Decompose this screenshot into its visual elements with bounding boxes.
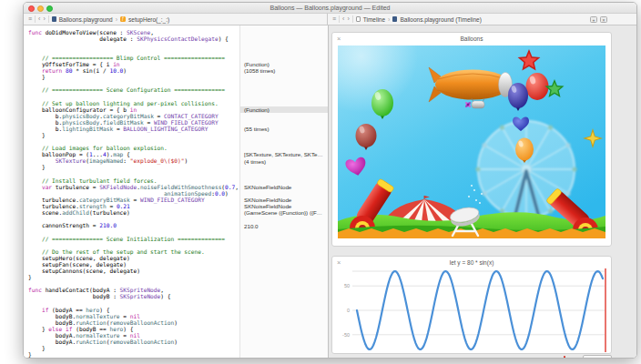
code-line: } [28,345,239,351]
duration-increase-button[interactable]: + [606,357,609,359]
code-line [28,242,239,248]
code-line: func handleContact(bodyA : SKSpriteNode, [28,287,239,293]
zoom-button[interactable] [46,5,53,12]
result-item[interactable]: SKNoiseFieldNode [240,197,328,203]
code-line: } [28,351,239,358]
result-item[interactable]: (Function) [240,106,328,113]
source-jump-bar: ≡ ‹ › Balloons.playground › ƒ setupHero(… [24,14,328,25]
titlebar: Balloons — Balloons.playground — Edited [24,3,636,14]
scrubber-thumb[interactable] [564,356,566,359]
result-item[interactable]: 210.0 [240,223,328,229]
code-line [28,216,239,222]
code-line: setupCannons(scene, delegate) [28,268,239,274]
duration-decrease-button[interactable]: − [585,357,588,359]
y-tick-neg50: -50 [342,332,350,338]
chevron-right-icon: › [388,16,390,23]
result-item[interactable]: (Function) [240,61,328,67]
code-line: } else if (bodyB == hero) { [28,326,239,332]
code-line: bodyB.runAction(removeBalloonAction) [28,319,239,326]
minimize-button[interactable] [37,5,44,12]
duration-value: 30 sec [591,357,605,359]
forward-button[interactable]: › [43,14,45,25]
code-line: // Set up balloon lighting and per-pixel… [28,100,239,106]
code-line [28,171,239,177]
code-line: return 80 * sin(i / 10.0) [28,67,239,74]
code-lines: func doDidMoveToView(scene : SKScene, de… [28,29,239,359]
result-item[interactable]: (GameScene ({Function}) ({F… [240,209,328,216]
source-editor[interactable]: func doDidMoveToView(scene : SKScene, de… [24,25,239,359]
code-line: setupHero(scene, delegate) [28,255,239,261]
graph-result-card: × let y = 80 * sin(x) 50 0 [331,256,612,354]
graph-title: let y = 80 * sin(x) [450,259,494,266]
code-line: balloonPop = (1...4).map { [28,151,239,157]
red-balloon [526,73,549,100]
playground-doc-icon [392,16,397,22]
duration-stepper: − 30 sec + [583,355,612,359]
back-button[interactable]: ‹ [38,14,40,25]
sine-graph: 50 0 -50 [336,268,607,352]
y-tick-50: 50 [344,283,350,288]
code-line: setupFan(scene, delegate) [28,261,239,268]
code-line: turbulence.categoryBitMask = WIND_FIELD_… [28,197,239,203]
code-line: } [28,74,239,80]
code-line: balloonConfigurator = { b in [28,106,239,113]
code-line: if (bodyA == hero) { [28,307,239,313]
divider [35,15,36,23]
code-line [28,48,239,55]
code-line: // ================== Blimp Control ====… [28,55,239,61]
forward-button[interactable]: › [347,14,349,25]
desktop: Balloons — Balloons.playground — Edited … [0,0,641,364]
code-line: cannonStrength = 210.0 [28,222,239,228]
playground-doc-icon [52,16,56,22]
code-line [28,299,239,306]
code-line: bodyB : SKSpriteNode) { [28,293,239,299]
code-line [28,228,239,235]
result-item[interactable]: SKNoiseFieldNode [240,184,328,190]
scene-result-card: × Balloons [331,32,612,247]
related-items-icon[interactable]: ≡ [332,14,336,25]
close-button[interactable] [28,5,35,12]
back-button[interactable]: ‹ [342,14,344,25]
window-title: Balloons — Balloons.playground — Edited [24,3,636,13]
code-line: turbulence.strength = 0.21 [28,203,239,209]
code-line [28,138,239,145]
jump-bars: ≡ ‹ › Balloons.playground › ƒ setupHero(… [24,14,636,25]
code-line: SKTexture(imageNamed: "explode_0\($0)") [28,157,239,164]
result-item[interactable]: SKNoiseFieldNode [240,203,328,209]
assistant-editor: × Balloons [328,25,636,359]
assistant-jump-bar: ≡ ‹ › Timeline › Balloons.playground (Ti… [328,14,636,25]
code-line: } [28,164,239,170]
code-line: b.physicsBody.fieldBitMask = WIND_FIELD_… [28,119,239,126]
xcode-playground-window: Balloons — Balloons.playground — Edited … [23,2,637,359]
code-line: // Load images for balloon explosion. [28,145,239,151]
close-icon[interactable]: × [337,257,341,268]
code-line: // Do the rest of the setup and start th… [28,248,239,255]
close-assistant-editor-button[interactable]: × [600,16,607,23]
result-item[interactable]: (55 times) [240,126,328,132]
code-line [28,42,239,48]
breadcrumb-timeline[interactable]: Timeline [363,16,385,23]
code-line: func doDidMoveToView(scene : SKScene, [28,29,239,35]
results-sidebar: (Function)(1058 times)(Function)(55 time… [239,25,328,359]
related-items-icon[interactable]: ≡ [28,14,32,25]
breadcrumb-timeline-file[interactable]: Balloons.playground (Timeline) [400,16,481,23]
result-item[interactable]: [SKTexture, SKTexture, SKTe… [240,151,328,157]
y-axis-labels: 50 0 -50 [342,283,350,338]
close-icon[interactable]: × [337,33,341,46]
code-line: yOffsetForTime = { i in [28,61,239,67]
add-assistant-editor-button[interactable]: + [590,16,597,23]
code-line [28,80,239,86]
result-item[interactable]: (4 times) [240,158,328,165]
code-line: bodyA.runAction(removeBalloonAction) [28,339,239,345]
graph-card-header: × let y = 80 * sin(x) [332,257,611,268]
code-line: b.lightingBitMask = BALLOON_LIGHTING_CAT… [28,126,239,132]
breadcrumb-file[interactable]: Balloons.playground [59,16,113,23]
code-line: bodyA.normalTexture = nil [28,332,239,339]
scrubber-track[interactable] [331,358,578,359]
code-line: } [28,274,239,280]
code-line [28,93,239,99]
timeline-scrubber: − 30 sec + [331,355,612,359]
code-line: // Install turbulant field forces. [28,177,239,184]
result-item[interactable]: (1058 times) [240,67,328,74]
breadcrumb-symbol[interactable]: setupHero(_:_:) [128,16,169,23]
